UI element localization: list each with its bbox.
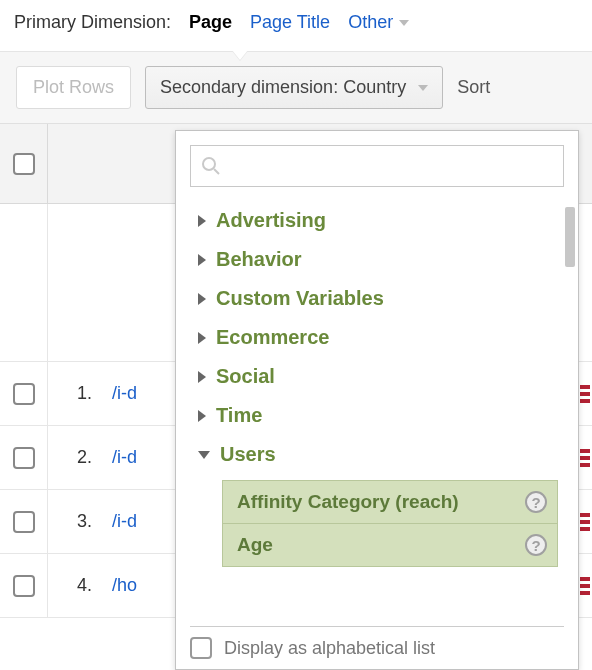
dimension-affinity-category[interactable]: Affinity Category (reach) ? bbox=[223, 481, 557, 524]
category-label: Users bbox=[220, 443, 276, 466]
alphabetical-checkbox[interactable] bbox=[190, 637, 212, 659]
category-time[interactable]: Time bbox=[198, 396, 564, 435]
chevron-right-icon bbox=[198, 410, 206, 422]
dimension-search[interactable] bbox=[190, 145, 564, 187]
row-index: 3. bbox=[48, 511, 98, 532]
flag-icon bbox=[580, 449, 590, 467]
primary-dim-other[interactable]: Other bbox=[348, 12, 409, 33]
scrollbar-thumb[interactable] bbox=[565, 207, 575, 267]
chevron-down-icon bbox=[418, 85, 428, 91]
primary-dimension-row: Primary Dimension: Page Page Title Other bbox=[0, 0, 592, 52]
select-all-cell bbox=[0, 124, 48, 203]
primary-dim-page[interactable]: Page bbox=[189, 12, 232, 33]
chevron-right-icon bbox=[198, 293, 206, 305]
row-checkbox[interactable] bbox=[13, 511, 35, 533]
alphabetical-label: Display as alphabetical list bbox=[224, 638, 435, 659]
primary-dim-other-label: Other bbox=[348, 12, 393, 33]
row-checkbox[interactable] bbox=[13, 575, 35, 597]
category-custom-variables[interactable]: Custom Variables bbox=[198, 279, 564, 318]
active-tab-caret-icon bbox=[232, 50, 248, 60]
toolbar: Plot Rows Secondary dimension: Country S… bbox=[0, 52, 592, 124]
users-sub-list: Affinity Category (reach) ? Age ? bbox=[222, 480, 558, 567]
secondary-dimension-dropdown[interactable]: Secondary dimension: Country bbox=[145, 66, 443, 109]
primary-dim-page-title[interactable]: Page Title bbox=[250, 12, 330, 33]
category-behavior[interactable]: Behavior bbox=[198, 240, 564, 279]
flag-icon bbox=[580, 577, 590, 595]
category-ecommerce[interactable]: Ecommerce bbox=[198, 318, 564, 357]
dimension-label: Affinity Category (reach) bbox=[237, 491, 459, 512]
row-index: 1. bbox=[48, 383, 98, 404]
chevron-down-icon bbox=[198, 451, 210, 459]
row-checkbox[interactable] bbox=[13, 447, 35, 469]
category-label: Advertising bbox=[216, 209, 326, 232]
category-social[interactable]: Social bbox=[198, 357, 564, 396]
category-label: Ecommerce bbox=[216, 326, 329, 349]
chevron-right-icon bbox=[198, 332, 206, 344]
dimension-label: Age bbox=[237, 534, 273, 555]
row-page-link[interactable]: /i-d bbox=[98, 511, 137, 532]
chevron-down-icon bbox=[399, 20, 409, 26]
svg-point-0 bbox=[203, 158, 215, 170]
search-icon bbox=[201, 156, 221, 176]
row-page-link[interactable]: /ho bbox=[98, 575, 137, 596]
category-label: Behavior bbox=[216, 248, 302, 271]
chevron-right-icon bbox=[198, 215, 206, 227]
row-checkbox[interactable] bbox=[13, 383, 35, 405]
dimension-age[interactable]: Age ? bbox=[223, 524, 557, 566]
row-page-link[interactable]: /i-d bbox=[98, 383, 137, 404]
select-all-checkbox[interactable] bbox=[13, 153, 35, 175]
plot-rows-button[interactable]: Plot Rows bbox=[16, 66, 131, 109]
category-users[interactable]: Users bbox=[198, 435, 564, 474]
help-icon[interactable]: ? bbox=[525, 491, 547, 513]
dimension-category-list: Advertising Behavior Custom Variables Ec… bbox=[176, 201, 578, 618]
row-index: 4. bbox=[48, 575, 98, 596]
secondary-dimension-panel: Advertising Behavior Custom Variables Ec… bbox=[175, 130, 579, 670]
flag-icon bbox=[580, 513, 590, 531]
sort-label-truncated[interactable]: Sort bbox=[457, 77, 490, 98]
category-label: Social bbox=[216, 365, 275, 388]
primary-dimension-label: Primary Dimension: bbox=[14, 12, 171, 33]
dimension-search-input[interactable] bbox=[229, 156, 553, 176]
category-advertising[interactable]: Advertising bbox=[198, 201, 564, 240]
row-page-link[interactable]: /i-d bbox=[98, 447, 137, 468]
flag-icon bbox=[580, 385, 590, 403]
category-label: Custom Variables bbox=[216, 287, 384, 310]
category-label: Time bbox=[216, 404, 262, 427]
secondary-dimension-label: Secondary dimension: Country bbox=[160, 77, 406, 98]
svg-line-1 bbox=[214, 169, 219, 174]
row-index: 2. bbox=[48, 447, 98, 468]
dropdown-footer: Display as alphabetical list bbox=[190, 626, 564, 659]
help-icon[interactable]: ? bbox=[525, 534, 547, 556]
chevron-right-icon bbox=[198, 254, 206, 266]
chevron-right-icon bbox=[198, 371, 206, 383]
